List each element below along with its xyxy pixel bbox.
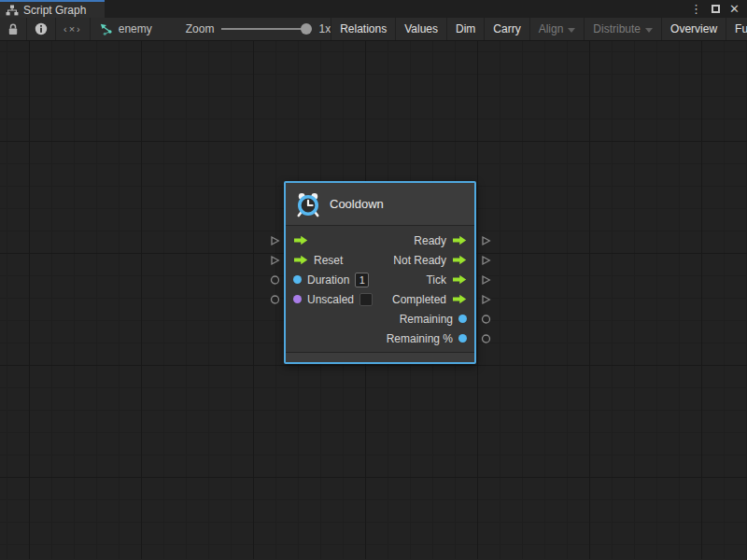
maximize-icon[interactable] xyxy=(712,5,720,13)
flow-stub-icon[interactable] xyxy=(270,235,280,246)
flow-connection-stub[interactable] xyxy=(269,250,280,270)
port-label: Remaining % xyxy=(387,332,453,345)
value-connection-stub[interactable] xyxy=(269,270,280,289)
node-header[interactable]: Cooldown xyxy=(286,183,474,226)
tabbar-empty-area xyxy=(105,0,683,18)
alarm-clock-icon xyxy=(295,191,321,217)
value-stub-icon[interactable] xyxy=(481,314,491,325)
value-port-icon[interactable] xyxy=(293,295,302,303)
toolbar-button-label: Carry xyxy=(493,22,520,35)
input-stubs-column xyxy=(269,231,280,348)
code-toggle-button[interactable]: ‹×› xyxy=(56,18,91,40)
zoom-value: 1x xyxy=(318,22,331,35)
output-port-group: Completed xyxy=(392,293,467,306)
toolbar-button-carry[interactable]: Carry xyxy=(484,18,529,40)
flow-port-icon[interactable] xyxy=(452,274,467,285)
port-label: Tick xyxy=(426,273,446,287)
graph-name-label: enemy xyxy=(119,22,152,35)
toolbar-button-label: Overview xyxy=(670,22,717,35)
graph-toolbar: ‹×› enemy Zoom 1x RelationsValuesDimCarr… xyxy=(0,18,747,41)
input-port-group: Duration xyxy=(293,273,369,287)
flow-port-icon[interactable] xyxy=(452,294,467,304)
zoom-slider-track[interactable] xyxy=(221,28,311,30)
graph-canvas[interactable]: Cooldown Ready ResetNot Ready DurationTi… xyxy=(0,41,747,559)
node-body: Ready ResetNot Ready DurationTick Unscal… xyxy=(286,226,474,352)
port-label: Reset xyxy=(314,254,343,267)
empty-stub xyxy=(269,329,280,348)
flow-connection-stub[interactable] xyxy=(480,289,491,309)
value-connection-stub[interactable] xyxy=(269,289,280,309)
zoom-slider[interactable] xyxy=(221,23,311,35)
lock-button[interactable] xyxy=(0,18,27,40)
toolbar-button-relations[interactable]: Relations xyxy=(331,18,395,40)
toolbar-button-align[interactable]: Align xyxy=(529,18,585,40)
window-controls: ⋮ ✕ xyxy=(683,0,747,18)
flow-stub-icon[interactable] xyxy=(481,255,491,266)
input-port-group: Reset xyxy=(293,254,343,267)
cooldown-node[interactable]: Cooldown Ready ResetNot Ready DurationTi… xyxy=(284,181,476,364)
info-icon xyxy=(35,22,48,35)
toolbar-button-distribute[interactable]: Distribute xyxy=(584,18,661,40)
tab-script-graph[interactable]: Script Graph xyxy=(0,0,105,18)
empty-stub xyxy=(269,309,280,329)
script-graph-window: Script Graph ⋮ ✕ ‹×› xyxy=(0,0,747,560)
output-port-group: Not Ready xyxy=(393,254,467,267)
graph-breadcrumb[interactable]: enemy xyxy=(91,18,160,40)
flow-connection-stub[interactable] xyxy=(480,270,491,289)
value-port-icon[interactable] xyxy=(458,334,467,343)
input-port-group xyxy=(293,235,308,245)
output-port-group: Tick xyxy=(426,273,467,287)
value-stub-icon[interactable] xyxy=(270,274,280,286)
zoom-label: Zoom xyxy=(186,22,215,35)
output-port-group: Remaining xyxy=(400,313,467,326)
flow-connection-stub[interactable] xyxy=(269,231,280,250)
flow-port-icon[interactable] xyxy=(293,255,308,265)
toolbar-button-values[interactable]: Values xyxy=(395,18,446,40)
window-menu-icon[interactable]: ⋮ xyxy=(690,3,702,15)
flow-stub-icon[interactable] xyxy=(481,235,491,246)
flow-stub-icon[interactable] xyxy=(270,255,280,266)
flow-port-icon[interactable] xyxy=(452,235,467,245)
node-footer xyxy=(286,352,474,362)
port-label: Completed xyxy=(392,293,446,306)
value-port-icon[interactable] xyxy=(293,275,302,284)
node-port-row: UnscaledCompleted xyxy=(286,289,474,309)
duration-value-input[interactable] xyxy=(355,273,369,287)
flow-connection-stub[interactable] xyxy=(480,250,491,270)
toolbar-button-label: Full Screen xyxy=(735,22,747,35)
node-port-row: Ready xyxy=(286,231,474,250)
zoom-slider-handle[interactable] xyxy=(301,23,312,35)
port-label: Ready xyxy=(414,234,446,247)
value-port-icon[interactable] xyxy=(458,315,467,323)
tab-bar: Script Graph ⋮ ✕ xyxy=(0,0,747,18)
toolbar-button-label: Values xyxy=(404,22,438,35)
flow-connection-stub[interactable] xyxy=(480,231,491,250)
info-button[interactable] xyxy=(27,18,56,40)
chevron-down-icon xyxy=(645,28,653,33)
toolbar-button-label: Distribute xyxy=(593,22,641,35)
close-icon[interactable]: ✕ xyxy=(729,3,740,15)
flow-port-icon[interactable] xyxy=(452,255,467,265)
chevron-down-icon xyxy=(568,28,575,33)
unscaled-checkbox[interactable] xyxy=(359,293,373,306)
node-port-row: Remaining xyxy=(286,309,474,329)
cooldown-node-area: Cooldown Ready ResetNot Ready DurationTi… xyxy=(269,181,491,364)
value-stub-icon[interactable] xyxy=(481,333,491,344)
toolbar-button-dim[interactable]: Dim xyxy=(446,18,484,40)
port-label: Duration xyxy=(307,273,349,287)
flow-stub-icon[interactable] xyxy=(481,274,491,286)
value-stub-icon[interactable] xyxy=(270,294,280,305)
flow-port-icon[interactable] xyxy=(293,235,308,245)
value-connection-stub[interactable] xyxy=(480,329,491,348)
flow-stub-icon[interactable] xyxy=(481,294,491,305)
toolbar-button-label: Align xyxy=(539,22,564,35)
toolbar-button-label: Relations xyxy=(340,22,387,35)
input-port-group: Unscaled xyxy=(293,293,373,306)
toolbar-button-full-screen[interactable]: Full Screen xyxy=(726,18,747,40)
value-connection-stub[interactable] xyxy=(480,309,491,329)
output-stubs-column xyxy=(480,231,491,348)
node-title: Cooldown xyxy=(330,197,384,211)
toolbar-button-overview[interactable]: Overview xyxy=(661,18,726,40)
port-label: Unscaled xyxy=(307,293,354,306)
graph-hierarchy-icon xyxy=(6,5,19,16)
